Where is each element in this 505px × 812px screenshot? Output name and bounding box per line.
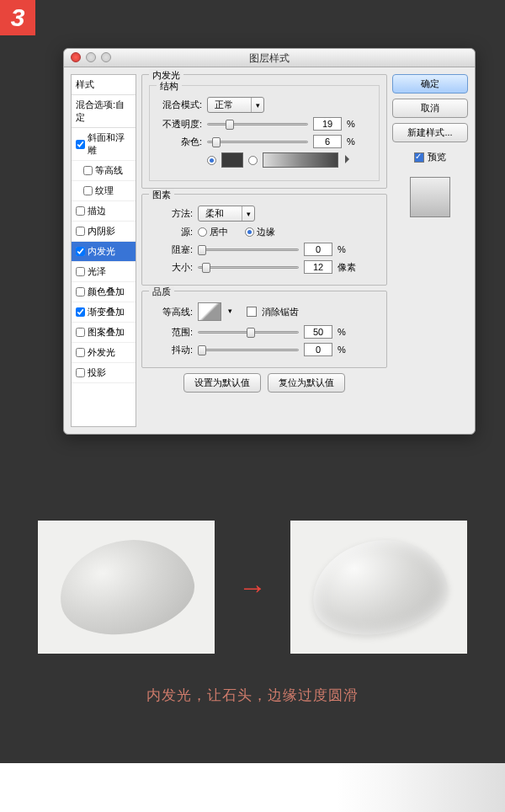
choke-input[interactable]: 0 xyxy=(304,243,332,256)
range-slider[interactable] xyxy=(198,326,299,338)
style-item-stroke[interactable]: 描边 xyxy=(72,201,136,222)
checkbox-contour[interactable] xyxy=(83,166,93,175)
structure-group: 结构 混合模式: 正常 不透明度: 19 % 杂色: 6 xyxy=(149,85,380,181)
checkbox-gradient-overlay[interactable] xyxy=(76,307,85,317)
bottom-gradient xyxy=(337,763,505,812)
checkbox-satin[interactable] xyxy=(76,267,85,276)
style-label: 纹理 xyxy=(95,184,114,197)
style-label: 颜色叠加 xyxy=(88,286,125,298)
gradient-picker[interactable] xyxy=(263,152,338,168)
caption-text: 内发光，让石头，边缘过度圆滑 xyxy=(0,686,505,705)
checkbox-inner-shadow[interactable] xyxy=(76,227,85,236)
style-label: 外发光 xyxy=(88,346,115,359)
checkbox-outer-glow[interactable] xyxy=(76,348,85,357)
close-icon[interactable] xyxy=(71,52,81,62)
opacity-label: 不透明度: xyxy=(158,118,202,131)
checkbox-drop-shadow[interactable] xyxy=(76,368,85,377)
checkbox-bevel[interactable] xyxy=(76,140,85,149)
arrow-icon: → xyxy=(238,571,267,604)
style-label: 投影 xyxy=(88,366,106,379)
jitter-input[interactable]: 0 xyxy=(304,343,332,356)
preview-label: 预览 xyxy=(428,151,446,163)
set-default-button[interactable]: 设置为默认值 xyxy=(183,373,261,393)
preview-checkbox[interactable] xyxy=(414,152,424,163)
choke-slider[interactable] xyxy=(198,243,299,255)
styles-header[interactable]: 样式 xyxy=(72,75,136,95)
technique-label: 方法: xyxy=(149,207,193,220)
opacity-input[interactable]: 19 xyxy=(313,117,342,131)
opacity-slider[interactable] xyxy=(207,118,308,130)
range-input[interactable]: 50 xyxy=(304,325,332,339)
style-item-drop-shadow[interactable]: 投影 xyxy=(72,363,136,383)
structure-title: 结构 xyxy=(157,80,182,93)
style-item-bevel[interactable]: 斜面和浮雕 xyxy=(72,128,136,161)
settings-panel: 内发光 结构 混合模式: 正常 不透明度: 19 % 杂色: xyxy=(141,74,387,427)
checkbox-stroke[interactable] xyxy=(76,206,85,216)
style-item-color-overlay[interactable]: 颜色叠加 xyxy=(72,282,136,302)
color-solid-radio[interactable] xyxy=(207,156,216,165)
inner-glow-group: 内发光 结构 混合模式: 正常 不透明度: 19 % 杂色: xyxy=(141,74,387,189)
range-unit: % xyxy=(338,327,346,337)
blend-mode-label: 混合模式: xyxy=(158,99,202,111)
color-gradient-radio[interactable] xyxy=(248,156,258,165)
new-style-button[interactable]: 新建样式... xyxy=(392,123,468,142)
size-input[interactable]: 12 xyxy=(304,260,332,274)
range-label: 范围: xyxy=(149,326,193,339)
size-unit: 像素 xyxy=(338,261,356,274)
minimize-icon[interactable] xyxy=(86,52,96,62)
style-item-texture[interactable]: 纹理 xyxy=(72,181,136,201)
ok-button[interactable]: 确定 xyxy=(392,74,468,93)
style-label: 等高线 xyxy=(95,164,123,177)
style-item-inner-glow[interactable]: 内发光 xyxy=(72,242,136,262)
style-item-pattern-overlay[interactable]: 图案叠加 xyxy=(72,323,136,343)
dialog-title: 图层样式 xyxy=(249,52,290,64)
cancel-button[interactable]: 取消 xyxy=(392,99,468,118)
choke-label: 阻塞: xyxy=(149,243,193,256)
opacity-unit: % xyxy=(347,119,355,129)
quality-title: 品质 xyxy=(149,286,174,298)
elements-title: 图素 xyxy=(149,189,174,201)
styles-list: 样式 混合选项:自定 斜面和浮雕 等高线 纹理 描边 内阴影 内发光 光泽 颜色… xyxy=(71,74,136,427)
checkbox-inner-glow[interactable] xyxy=(76,247,85,256)
style-label: 图案叠加 xyxy=(88,326,125,339)
contour-picker[interactable] xyxy=(198,302,221,321)
source-label: 源: xyxy=(149,226,193,238)
technique-value: 柔和 xyxy=(205,207,224,220)
style-item-contour[interactable]: 等高线 xyxy=(72,161,136,181)
noise-slider[interactable] xyxy=(207,136,308,147)
blend-mode-value: 正常 xyxy=(215,99,233,111)
checkbox-texture[interactable] xyxy=(83,186,93,195)
elements-group: 图素 方法: 柔和 源: 居中 边缘 阻塞: 0 % 大小: xyxy=(141,194,387,286)
jitter-slider[interactable] xyxy=(198,344,299,355)
technique-select[interactable]: 柔和 xyxy=(198,206,255,222)
style-label: 渐变叠加 xyxy=(88,306,125,318)
checkbox-color-overlay[interactable] xyxy=(76,287,85,296)
blend-options-header[interactable]: 混合选项:自定 xyxy=(72,95,136,128)
style-item-outer-glow[interactable]: 外发光 xyxy=(72,343,136,363)
style-label: 斜面和浮雕 xyxy=(88,131,131,157)
choke-unit: % xyxy=(338,244,346,254)
checkbox-pattern-overlay[interactable] xyxy=(76,328,85,337)
quality-group: 品质 等高线: 消除锯齿 范围: 50 % 抖动: 0 xyxy=(141,291,387,368)
noise-input[interactable]: 6 xyxy=(313,135,342,148)
source-center-radio[interactable] xyxy=(198,227,207,237)
jitter-unit: % xyxy=(338,345,346,355)
antialias-label: 消除锯齿 xyxy=(262,306,299,318)
maximize-icon[interactable] xyxy=(101,52,111,62)
reset-default-button[interactable]: 复位为默认值 xyxy=(268,373,345,393)
style-label: 描边 xyxy=(88,205,106,217)
size-label: 大小: xyxy=(149,261,193,274)
window-controls xyxy=(71,52,111,62)
contour-label: 等高线: xyxy=(149,306,193,318)
style-item-gradient-overlay[interactable]: 渐变叠加 xyxy=(72,302,136,323)
size-slider[interactable] xyxy=(198,261,299,273)
antialias-checkbox[interactable] xyxy=(247,307,257,317)
color-swatch[interactable] xyxy=(221,152,243,168)
style-item-inner-shadow[interactable]: 内阴影 xyxy=(72,222,136,242)
source-edge-radio[interactable] xyxy=(245,227,254,237)
blend-mode-select[interactable]: 正常 xyxy=(207,97,264,113)
step-number-badge: 3 xyxy=(0,0,35,35)
style-item-satin[interactable]: 光泽 xyxy=(72,262,136,282)
style-label: 内发光 xyxy=(88,245,115,258)
dialog-titlebar[interactable]: 图层样式 xyxy=(64,49,475,67)
